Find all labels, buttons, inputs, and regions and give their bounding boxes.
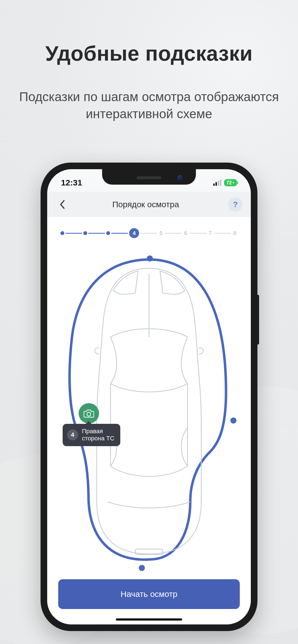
step-tooltip: 4 Правая сторона ТС	[63, 424, 120, 446]
main-content: 4 5 6 7 8	[47, 217, 251, 624]
home-indicator[interactable]	[116, 618, 182, 621]
camera-button[interactable]	[79, 403, 99, 424]
car-diagram[interactable]: 4 Правая сторона ТС	[64, 253, 234, 569]
page-title: Порядок осмотра	[63, 200, 228, 209]
camera-icon	[84, 409, 94, 418]
battery-indicator: 72	[224, 179, 237, 186]
help-button[interactable]: ?	[228, 197, 243, 212]
step-current: 4	[129, 228, 139, 238]
tooltip-label: Правая сторона ТС	[82, 428, 114, 442]
statusbar-time: 12:31	[61, 178, 82, 187]
question-icon: ?	[233, 200, 238, 209]
promo-title: Удобные подсказки	[0, 41, 298, 65]
step-dot-2	[83, 231, 87, 235]
phone-notch	[102, 169, 196, 185]
tooltip-step-badge: 4	[67, 429, 78, 440]
phone-screen: 12:31 72 Порядок осмотра ?	[47, 169, 251, 624]
start-inspection-button[interactable]: Начать осмотр	[58, 579, 240, 609]
step-label-8: 8	[232, 230, 238, 236]
hotspot-front[interactable]	[147, 255, 153, 262]
app-header: Порядок осмотра ?	[47, 192, 251, 217]
step-progress[interactable]: 4 5 6 7 8	[59, 228, 239, 238]
signal-icon	[213, 180, 221, 186]
hotspot-left-side[interactable]	[230, 417, 236, 424]
promo-subtitle: Подсказки по шагам осмотра отображаются …	[17, 88, 281, 122]
step-label-6: 6	[183, 230, 188, 236]
step-dot-3	[106, 231, 110, 235]
svg-point-1	[87, 412, 91, 416]
step-label-7: 7	[207, 230, 213, 236]
step-dot-1	[60, 231, 64, 235]
hotspot-rear[interactable]	[139, 565, 145, 571]
phone-frame: 12:31 72 Порядок осмотра ?	[41, 163, 257, 631]
step-label-5: 5	[158, 230, 164, 236]
